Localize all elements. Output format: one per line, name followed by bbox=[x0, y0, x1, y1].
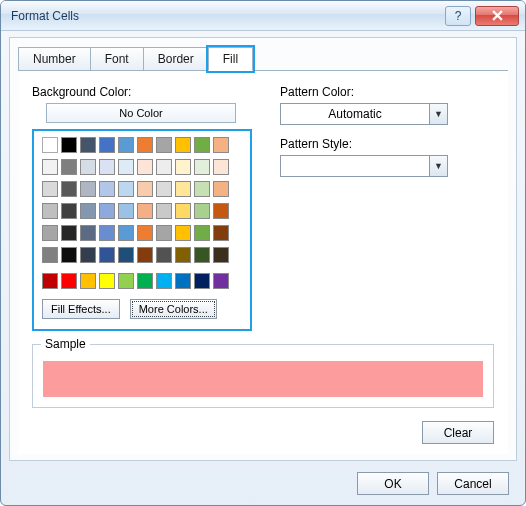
fill-panel: Background Color: No Color Fill Effects.… bbox=[18, 70, 508, 454]
clear-button[interactable]: Clear bbox=[422, 421, 494, 444]
color-swatch[interactable] bbox=[61, 247, 77, 263]
color-swatch[interactable] bbox=[80, 181, 96, 197]
color-swatch[interactable] bbox=[99, 247, 115, 263]
color-swatch[interactable] bbox=[61, 225, 77, 241]
color-swatch[interactable] bbox=[61, 137, 77, 153]
pattern-color-combo[interactable]: Automatic ▼ bbox=[280, 103, 448, 125]
more-colors-button[interactable]: More Colors... bbox=[130, 299, 217, 319]
tint-row bbox=[42, 247, 242, 263]
tab-fill[interactable]: Fill bbox=[208, 47, 253, 71]
color-swatch[interactable] bbox=[61, 181, 77, 197]
client-area: Number Font Border Fill Background Color… bbox=[9, 37, 517, 461]
color-swatch[interactable] bbox=[42, 181, 58, 197]
color-swatch[interactable] bbox=[213, 181, 229, 197]
color-swatch[interactable] bbox=[99, 159, 115, 175]
color-swatch[interactable] bbox=[194, 137, 210, 153]
color-swatch[interactable] bbox=[156, 247, 172, 263]
color-swatch[interactable] bbox=[175, 203, 191, 219]
color-swatch[interactable] bbox=[156, 181, 172, 197]
color-swatch[interactable] bbox=[42, 137, 58, 153]
color-swatch[interactable] bbox=[80, 137, 96, 153]
color-swatch[interactable] bbox=[213, 159, 229, 175]
color-swatch[interactable] bbox=[118, 273, 134, 289]
color-swatch[interactable] bbox=[175, 137, 191, 153]
color-swatch[interactable] bbox=[194, 181, 210, 197]
color-swatch[interactable] bbox=[194, 159, 210, 175]
color-swatch[interactable] bbox=[156, 159, 172, 175]
tab-number[interactable]: Number bbox=[18, 47, 91, 71]
color-swatch[interactable] bbox=[61, 159, 77, 175]
color-swatch[interactable] bbox=[175, 181, 191, 197]
color-swatch[interactable] bbox=[42, 273, 58, 289]
titlebar-buttons: ? bbox=[445, 6, 519, 26]
color-swatch[interactable] bbox=[137, 159, 153, 175]
close-button[interactable] bbox=[475, 6, 519, 26]
pattern-color-label: Pattern Color: bbox=[280, 85, 494, 99]
color-swatch[interactable] bbox=[118, 225, 134, 241]
color-swatch[interactable] bbox=[80, 247, 96, 263]
color-swatch[interactable] bbox=[213, 247, 229, 263]
color-swatch[interactable] bbox=[118, 247, 134, 263]
color-swatch[interactable] bbox=[175, 159, 191, 175]
color-swatch[interactable] bbox=[118, 181, 134, 197]
color-swatch[interactable] bbox=[118, 203, 134, 219]
color-swatch[interactable] bbox=[42, 159, 58, 175]
color-swatch[interactable] bbox=[137, 203, 153, 219]
color-swatch[interactable] bbox=[213, 273, 229, 289]
pattern-style-label: Pattern Style: bbox=[280, 137, 494, 151]
color-swatch[interactable] bbox=[213, 137, 229, 153]
color-swatch[interactable] bbox=[80, 225, 96, 241]
color-swatch[interactable] bbox=[194, 247, 210, 263]
tint-row bbox=[42, 159, 242, 175]
color-swatch[interactable] bbox=[137, 247, 153, 263]
ok-button[interactable]: OK bbox=[357, 472, 429, 495]
color-swatch[interactable] bbox=[42, 203, 58, 219]
color-swatch[interactable] bbox=[194, 273, 210, 289]
color-swatch[interactable] bbox=[80, 203, 96, 219]
color-swatch[interactable] bbox=[99, 203, 115, 219]
color-swatch[interactable] bbox=[213, 203, 229, 219]
color-swatch[interactable] bbox=[156, 273, 172, 289]
tint-row bbox=[42, 181, 242, 197]
sample-preview bbox=[43, 361, 483, 397]
tab-font[interactable]: Font bbox=[90, 47, 144, 71]
color-swatch[interactable] bbox=[213, 225, 229, 241]
color-swatch[interactable] bbox=[80, 273, 96, 289]
color-swatch[interactable] bbox=[80, 159, 96, 175]
sample-label: Sample bbox=[41, 337, 90, 351]
fill-effects-button[interactable]: Fill Effects... bbox=[42, 299, 120, 319]
dialog-buttons: OK Cancel bbox=[357, 472, 509, 495]
color-swatch[interactable] bbox=[175, 225, 191, 241]
color-swatch[interactable] bbox=[156, 225, 172, 241]
color-swatch[interactable] bbox=[137, 225, 153, 241]
color-swatch[interactable] bbox=[99, 273, 115, 289]
color-swatch[interactable] bbox=[42, 225, 58, 241]
tint-rows bbox=[42, 159, 242, 263]
tab-border[interactable]: Border bbox=[143, 47, 209, 71]
color-swatch[interactable] bbox=[99, 137, 115, 153]
color-swatch[interactable] bbox=[156, 203, 172, 219]
standard-color-row bbox=[42, 273, 242, 289]
color-swatch[interactable] bbox=[175, 273, 191, 289]
color-swatch[interactable] bbox=[175, 247, 191, 263]
pattern-style-combo[interactable]: ▼ bbox=[280, 155, 448, 177]
color-swatch[interactable] bbox=[99, 225, 115, 241]
help-button[interactable]: ? bbox=[445, 6, 471, 26]
color-swatch[interactable] bbox=[42, 247, 58, 263]
tab-strip: Number Font Border Fill bbox=[10, 38, 516, 70]
color-swatch[interactable] bbox=[118, 159, 134, 175]
color-swatch[interactable] bbox=[194, 203, 210, 219]
color-swatch[interactable] bbox=[156, 137, 172, 153]
color-swatch[interactable] bbox=[61, 273, 77, 289]
color-swatch[interactable] bbox=[137, 181, 153, 197]
color-swatch[interactable] bbox=[99, 181, 115, 197]
no-color-button[interactable]: No Color bbox=[46, 103, 236, 123]
color-swatch[interactable] bbox=[118, 137, 134, 153]
window-title: Format Cells bbox=[11, 9, 445, 23]
cancel-button[interactable]: Cancel bbox=[437, 472, 509, 495]
color-swatch[interactable] bbox=[137, 273, 153, 289]
color-picker-area: Fill Effects... More Colors... bbox=[32, 129, 252, 331]
color-swatch[interactable] bbox=[137, 137, 153, 153]
color-swatch[interactable] bbox=[194, 225, 210, 241]
color-swatch[interactable] bbox=[61, 203, 77, 219]
